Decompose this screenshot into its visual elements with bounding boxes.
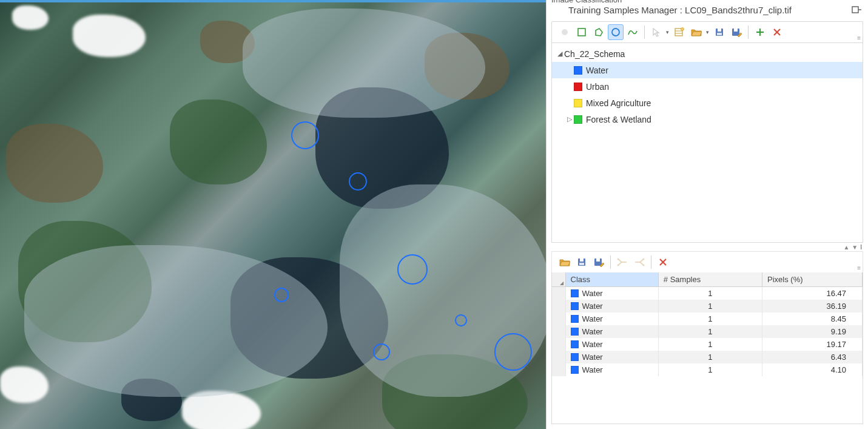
delete-sample-icon[interactable]: [655, 254, 671, 270]
polygon-tool-icon[interactable]: [591, 24, 607, 40]
svg-point-28: [643, 258, 645, 260]
expand-down-icon[interactable]: ▼: [852, 244, 858, 251]
samples-table[interactable]: Class # Samples Pixels (%) Water 1 16.47…: [552, 272, 863, 376]
open-folder-icon[interactable]: [688, 24, 704, 40]
row-header[interactable]: [552, 363, 565, 376]
svg-point-25: [617, 258, 619, 260]
class-color-swatch: [571, 353, 579, 361]
samples-toolbar-options-icon[interactable]: ≡: [857, 265, 860, 271]
class-color-swatch: [574, 66, 582, 75]
class-label: Forest & Wetland: [586, 115, 651, 124]
cell-samples: 1: [658, 300, 762, 312]
panel-splitter[interactable]: ▲ ▼ I: [547, 243, 868, 251]
cell-pixels: 9.19: [762, 325, 863, 338]
schema-root-row[interactable]: ◢ Ch_22_Schema: [552, 46, 863, 62]
class-label: Mixed Agriculture: [586, 98, 651, 108]
svg-rect-12: [717, 33, 722, 35]
save-samples-icon[interactable]: [574, 254, 590, 270]
collapse-up-icon[interactable]: ▲: [843, 244, 849, 251]
rectangle-tool-icon[interactable]: [574, 24, 590, 40]
panel-title: Training Samples Manager : LC09_Bands2th…: [568, 5, 792, 15]
svg-point-9: [681, 28, 684, 31]
svg-rect-14: [734, 29, 738, 32]
class-color-swatch: [574, 83, 582, 91]
col-pixels[interactable]: Pixels (%): [762, 272, 863, 287]
cell-samples: 1: [658, 325, 762, 338]
select-tool-dropdown-icon[interactable]: ▾: [664, 29, 670, 35]
cell-samples: 1: [658, 351, 762, 363]
class-color-swatch: [571, 328, 579, 336]
map-view[interactable]: [0, 0, 546, 429]
training-sample-circle[interactable]: [349, 172, 367, 191]
schema-class-row[interactable]: Urban: [552, 78, 863, 95]
svg-point-26: [617, 265, 619, 266]
cell-pixels: 16.47: [762, 287, 863, 300]
save-samples-edits-icon[interactable]: [591, 254, 607, 270]
svg-rect-3: [578, 29, 585, 36]
expand-icon[interactable]: ▷: [565, 115, 574, 123]
svg-rect-20: [580, 258, 584, 262]
cell-samples: 1: [658, 338, 762, 351]
autohide-icon[interactable]: [851, 6, 862, 15]
table-corner[interactable]: [552, 272, 565, 287]
row-header[interactable]: [552, 312, 565, 325]
cell-class: Water: [565, 363, 658, 376]
row-header[interactable]: [552, 338, 565, 351]
save-edits-icon[interactable]: [728, 24, 744, 40]
table-row[interactable]: Water 1 9.19: [552, 325, 863, 338]
cell-class: Water: [565, 351, 658, 363]
class-color-swatch: [571, 315, 579, 323]
class-color-swatch: [574, 99, 582, 107]
table-row[interactable]: Water 1 8.45: [552, 312, 863, 325]
col-class[interactable]: Class: [565, 272, 658, 287]
toolbar-options-icon[interactable]: ≡: [857, 35, 860, 41]
col-samples[interactable]: # Samples: [658, 272, 762, 287]
training-sample-circle[interactable]: [397, 254, 428, 285]
training-sample-circle[interactable]: [291, 121, 319, 149]
table-row[interactable]: Water 1 4.10: [552, 363, 863, 376]
svg-rect-0: [852, 7, 858, 13]
open-samples-icon[interactable]: [557, 254, 573, 270]
training-sample-circle[interactable]: [373, 343, 390, 360]
training-sample-circle[interactable]: [494, 333, 532, 371]
schema-tree[interactable]: ◢ Ch_22_Schema Water Urban Mixed Agricul…: [551, 42, 863, 243]
cell-pixels: 19.17: [762, 338, 863, 351]
circle-tool-icon[interactable]: [608, 24, 624, 40]
schema-root-label: Ch_22_Schema: [564, 49, 625, 59]
freehand-tool-icon[interactable]: [625, 24, 641, 40]
row-header[interactable]: [552, 287, 565, 300]
schema-class-row[interactable]: ▷ Forest & Wetland: [552, 111, 863, 127]
training-sample-circle[interactable]: [455, 314, 467, 326]
schema-class-row[interactable]: Water: [552, 62, 863, 78]
svg-point-29: [643, 265, 645, 266]
table-row[interactable]: Water 1 36.19: [552, 300, 863, 312]
table-row[interactable]: Water 1 19.17: [552, 338, 863, 351]
class-label: Urban: [586, 82, 609, 92]
merge-icon: [614, 254, 630, 270]
cell-class: Water: [565, 325, 658, 338]
schema-options-icon[interactable]: [671, 24, 687, 40]
svg-point-5: [612, 29, 619, 36]
toolbar-separator: [610, 255, 611, 269]
cell-pixels: 4.10: [762, 363, 863, 376]
svg-rect-11: [718, 29, 721, 32]
row-header[interactable]: [552, 300, 565, 312]
schema-class-row[interactable]: Mixed Agriculture: [552, 95, 863, 111]
class-color-swatch: [574, 115, 582, 124]
cell-samples: 1: [658, 312, 762, 325]
training-sample-circle[interactable]: [274, 288, 289, 302]
collapse-icon[interactable]: ◢: [556, 50, 564, 58]
row-header[interactable]: [552, 325, 565, 338]
row-header[interactable]: [552, 351, 565, 363]
remove-class-icon[interactable]: [769, 24, 785, 40]
open-folder-dropdown-icon[interactable]: ▾: [704, 29, 710, 35]
class-color-swatch: [571, 340, 579, 348]
table-row[interactable]: Water 1 16.47: [552, 287, 863, 300]
save-icon[interactable]: [712, 24, 727, 40]
table-row[interactable]: Water 1 6.43: [552, 351, 863, 363]
add-class-icon[interactable]: [752, 24, 768, 40]
split-icon: [631, 254, 647, 270]
class-label: Water: [586, 66, 608, 75]
segment-picker-icon: [557, 24, 573, 40]
select-tool-icon: [648, 24, 664, 40]
